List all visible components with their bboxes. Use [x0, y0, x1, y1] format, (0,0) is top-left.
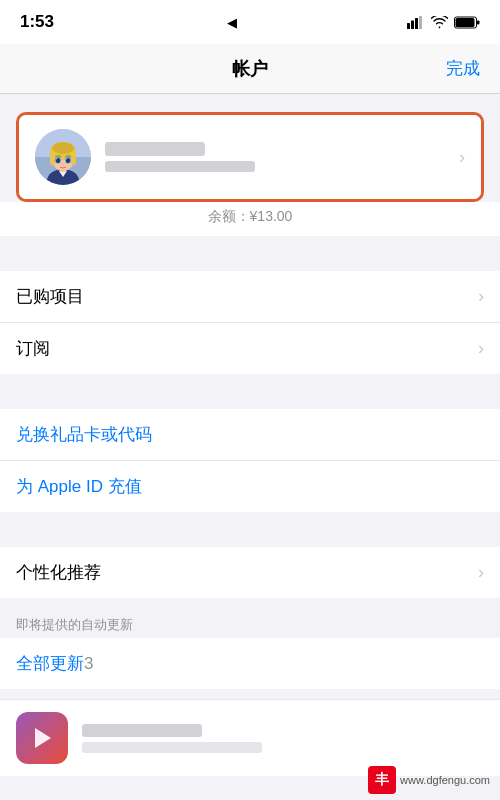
location-arrow-icon: ◀ [227, 15, 237, 30]
account-chevron: › [459, 147, 465, 168]
redeem-label: 兑换礼品卡或代码 [16, 423, 152, 446]
link-section: 兑换礼品卡或代码 为 Apple ID 充值 [0, 409, 500, 512]
topup-row[interactable]: 为 Apple ID 充值 [0, 461, 500, 512]
bottom-app-row [0, 699, 500, 776]
svg-point-22 [66, 158, 70, 163]
list-section-purchases: 已购项目 › 订阅 › [0, 271, 500, 374]
nav-title: 帐户 [232, 57, 268, 81]
app-sub-blur [82, 742, 262, 753]
watermark-site: www.dgfengu.com [400, 774, 490, 786]
battery-icon [454, 16, 480, 29]
svg-marker-24 [35, 728, 51, 748]
svg-rect-15 [71, 151, 76, 165]
personalized-row[interactable]: 个性化推荐 › [0, 547, 500, 598]
purchased-chevron: › [478, 286, 484, 307]
redeem-row[interactable]: 兑换礼品卡或代码 [0, 409, 500, 461]
avatar [35, 129, 91, 185]
svg-rect-0 [407, 23, 410, 29]
spacer-3 [0, 512, 500, 547]
status-time: 1:53 [20, 12, 54, 32]
account-email-blur [105, 161, 255, 172]
personalized-label: 个性化推荐 [16, 561, 478, 584]
all-updates-row[interactable]: 全部更新 3 [0, 638, 500, 689]
personalized-section: 个性化推荐 › [0, 547, 500, 598]
all-updates-label: 全部更新 [16, 652, 84, 675]
watermark: 丰 www.dgfengu.com [368, 766, 490, 794]
purchased-items-row[interactable]: 已购项目 › [0, 271, 500, 323]
updates-section: 全部更新 3 [0, 638, 500, 689]
spacer-4 [0, 598, 500, 608]
subscriptions-chevron: › [478, 338, 484, 359]
spacer-5 [0, 689, 500, 699]
spacer-1 [0, 236, 500, 271]
app-info [82, 724, 484, 753]
topup-label: 为 Apple ID 充值 [16, 475, 142, 498]
app-name-blur [82, 724, 202, 737]
svg-rect-6 [477, 20, 480, 24]
personalized-chevron: › [478, 562, 484, 583]
nav-bar: 帐户 完成 [0, 44, 500, 94]
done-button[interactable]: 完成 [446, 57, 480, 80]
content-scroll: › 余额：¥13.00 已购项目 › 订阅 › 兑换礼品卡或代码 为 Apple… [0, 94, 500, 800]
updates-header-text: 即将提供的自动更新 [16, 617, 133, 632]
account-row[interactable]: › [19, 115, 481, 199]
wifi-icon [431, 16, 448, 29]
purchased-items-label: 已购项目 [16, 285, 478, 308]
svg-point-23 [62, 163, 64, 165]
signal-icon [407, 16, 425, 29]
account-section[interactable]: › [16, 112, 484, 202]
svg-rect-14 [50, 151, 55, 165]
balance-text: 余额：¥13.00 [208, 208, 293, 224]
subscriptions-label: 订阅 [16, 337, 478, 360]
updates-section-header: 即将提供的自动更新 [0, 608, 500, 638]
account-name-blur [105, 142, 205, 156]
account-info [105, 142, 451, 172]
app-icon-graphic [27, 723, 57, 753]
svg-rect-5 [456, 18, 475, 27]
svg-point-16 [52, 142, 74, 154]
watermark-logo-text: 丰 [375, 771, 389, 789]
updates-badge: 3 [84, 654, 93, 674]
spacer-2 [0, 374, 500, 409]
status-icons [407, 16, 480, 29]
status-bar: 1:53 ◀ [0, 0, 500, 44]
svg-rect-2 [415, 18, 418, 29]
watermark-logo: 丰 [368, 766, 396, 794]
svg-point-21 [56, 158, 60, 163]
svg-rect-3 [419, 16, 422, 29]
app-icon [16, 712, 68, 764]
subscriptions-row[interactable]: 订阅 › [0, 323, 500, 374]
balance-row: 余额：¥13.00 [0, 202, 500, 236]
svg-rect-1 [411, 20, 414, 29]
